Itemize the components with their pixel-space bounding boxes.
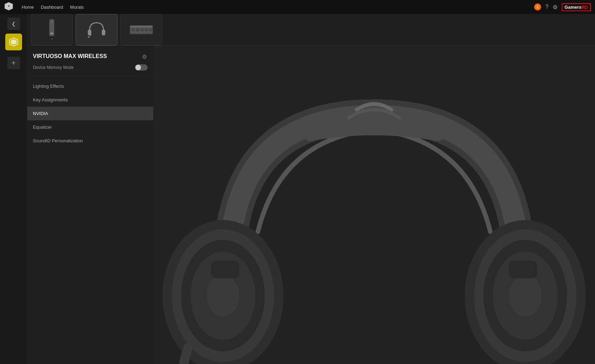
nav-lighting-effects[interactable]: Lighting Effects [27, 79, 153, 93]
device-tabs: ⌾ [27, 14, 595, 46]
help-icon[interactable]: ? [545, 4, 548, 10]
settings-icon[interactable]: ⚙ [553, 4, 558, 10]
svg-point-27 [509, 275, 541, 317]
content-area: ⌾ [27, 14, 595, 364]
svg-rect-10 [136, 28, 139, 31]
device-tab-usb-dongle[interactable]: ⌾ [31, 14, 73, 45]
svg-rect-14 [130, 33, 141, 34]
collapse-button[interactable]: ❮ [7, 17, 20, 30]
svg-point-22 [207, 275, 239, 317]
svg-rect-5 [102, 30, 105, 35]
svg-rect-4 [88, 30, 91, 35]
preview-area [153, 46, 595, 364]
corsair-logo: ✦ [4, 2, 13, 12]
nav-equalizer[interactable]: Equalizer [27, 120, 153, 134]
device-title: VIRTUOSO MAX WIRELESS [33, 53, 107, 60]
svg-rect-9 [132, 28, 135, 31]
nav-soundid[interactable]: SoundID Personalization [27, 134, 153, 148]
svg-rect-11 [141, 28, 144, 31]
sidebar-left: ❮ + [0, 14, 27, 364]
toggle-knob [135, 65, 141, 70]
nav-nvidia[interactable]: NVIDIA [27, 107, 153, 120]
svg-rect-12 [145, 28, 148, 31]
headset-tab-icon [86, 19, 107, 40]
device-header: VIRTUOSO MAX WIRELESS ⚙ [33, 53, 148, 61]
nav-key-assignments[interactable]: Key Assignments [27, 93, 153, 107]
headset-preview-image [153, 46, 595, 364]
device-tab-ram[interactable] [120, 14, 162, 45]
usb-dongle-icon: ⌾ [49, 19, 54, 41]
active-device-icon[interactable] [5, 34, 22, 50]
svg-rect-15 [142, 33, 153, 34]
nav-home[interactable]: Home [22, 5, 34, 10]
device-memory-toggle[interactable] [135, 64, 148, 71]
device-settings-icon[interactable]: ⚙ [141, 53, 148, 61]
svg-rect-16 [130, 26, 153, 27]
main-layout: ❮ + ⌾ [0, 14, 595, 364]
svg-text:✦: ✦ [8, 5, 10, 8]
main-row: VIRTUOSO MAX WIRELESS ⚙ Device Memory Mo… [27, 46, 595, 364]
add-device-button[interactable]: + [7, 57, 20, 69]
nav-dashboard[interactable]: Dashboard [41, 5, 63, 10]
ram-tab-icon [129, 20, 154, 40]
device-tab-headset[interactable] [76, 14, 118, 45]
notification-badge[interactable]: 1 [534, 3, 541, 10]
svg-rect-29 [509, 261, 537, 278]
nav-links: Home Dashboard Murals [22, 4, 84, 10]
device-memory-label: Device Memory Mode [33, 65, 74, 70]
top-nav: ✦ Home Dashboard Murals 1 ? ⚙ GamersRD [0, 0, 595, 14]
nav-murals[interactable]: Murals [70, 5, 84, 10]
device-memory-row: Device Memory Mode [33, 64, 148, 71]
nav-section: Lighting Effects Key Assignments NVIDIA … [27, 77, 153, 150]
device-info-section: VIRTUOSO MAX WIRELESS ⚙ Device Memory Mo… [27, 46, 153, 77]
left-panel: VIRTUOSO MAX WIRELESS ⚙ Device Memory Mo… [27, 46, 153, 364]
svg-rect-13 [149, 28, 152, 31]
nav-right: 1 ? ⚙ GamersRD [534, 3, 591, 11]
gamers-rd-badge: GamersRD [562, 3, 591, 11]
svg-rect-28 [211, 261, 239, 278]
svg-marker-3 [10, 39, 16, 45]
svg-point-7 [88, 37, 89, 38]
